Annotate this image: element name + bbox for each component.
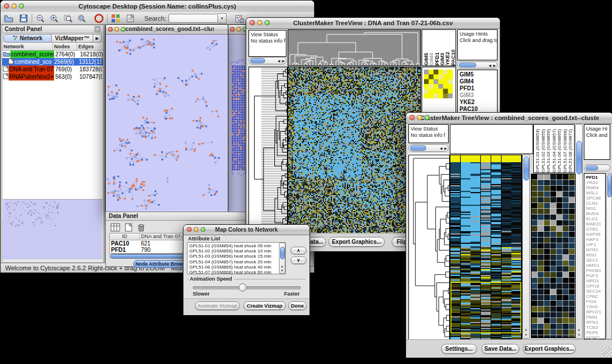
zoom-heatmap-canvas[interactable] [531, 174, 576, 338]
gene-label[interactable]: GTB1 [586, 227, 605, 232]
network-window-titlebar[interactable]: combined_scores_good.txt--cluste... [106, 25, 228, 35]
minimize-button[interactable] [194, 227, 198, 232]
zoom-button[interactable] [201, 227, 205, 232]
import-network-icon[interactable] [235, 14, 244, 23]
minimize-button[interactable] [257, 20, 262, 25]
network-row[interactable]: combined_sco 2569(6) 13112(15) [2, 58, 103, 66]
scroll-right-arrow[interactable]: ▶ [493, 64, 496, 67]
usage-hints-scrollbar[interactable]: ◀ ▶ [457, 62, 498, 68]
create-vizmap-button[interactable]: Create Vizmap [243, 301, 286, 310]
close-button[interactable] [230, 27, 235, 32]
column-label[interactable]: GPL51-06 (GSM865) [557, 125, 563, 173]
minimize-button[interactable] [236, 27, 241, 32]
zoom-button[interactable] [424, 115, 430, 120]
zoom-selected-icon[interactable] [63, 14, 72, 23]
column-label[interactable]: GPL51-02 (GSM855) [541, 125, 546, 173]
column-label[interactable]: PAC10 [450, 49, 456, 66]
scroll-right-arrow[interactable]: ▶ [282, 59, 285, 63]
gene-label[interactable]: FIG4 [586, 299, 605, 304]
column-header-network[interactable]: Network [2, 43, 53, 50]
gene-label[interactable]: MAK31 [586, 221, 605, 227]
gene-label[interactable]: SEC1 [586, 258, 605, 263]
attribute-item[interactable]: GPL51-02 (GSM855) heat shock 10 min [189, 248, 278, 254]
gene-label[interactable]: RPN1 [586, 320, 605, 325]
scroll-up-arrow[interactable]: ▲ [525, 328, 527, 331]
row-label[interactable]: GIM5 [460, 71, 497, 78]
scroll-left-arrow[interactable]: ◀ [277, 59, 280, 63]
column-label[interactable]: GIM4 [429, 53, 434, 66]
gene-label[interactable]: PHO81 [586, 268, 605, 273]
row-label[interactable]: GIM3 [460, 92, 497, 99]
node-attribute-browser-tab[interactable]: Node Attribute Brows [133, 260, 188, 268]
column-label[interactable]: YKE2 [445, 52, 450, 66]
gene-label[interactable]: HAP3 [586, 237, 605, 242]
export-graphics-button[interactable]: Export Graphics... [328, 237, 385, 247]
network-row[interactable]: combined_scores 2764(0) 16218(0) [2, 51, 103, 58]
row-label[interactable]: YKE2 [460, 99, 497, 106]
gene-label[interactable]: BUD4 [586, 211, 605, 216]
heatmap-canvas[interactable] [450, 155, 522, 340]
save-session-icon[interactable] [19, 14, 28, 23]
map-colors-titlebar[interactable]: Map Colors to Network [183, 225, 309, 235]
gene-label[interactable]: VIP1 [586, 242, 605, 247]
tab-overflow-button[interactable]: ▶ [93, 34, 102, 43]
gene-label[interactable]: RNR4 [586, 185, 605, 190]
export-graphics-button[interactable]: Export Graphics... [523, 344, 576, 354]
column-header-id[interactable]: ID [110, 233, 140, 240]
gene-list-scrollbar[interactable] [606, 173, 612, 339]
resize-grip[interactable] [602, 347, 611, 357]
attribute-list[interactable]: GPL51-01 (GSM854) heat shock 05 minGPL51… [187, 242, 286, 274]
attribute-item[interactable]: GPL51-04 (GSM857) heat shock 20 min [189, 259, 278, 265]
gene-label[interactable]: CPA2 [586, 294, 605, 299]
vizmapper-icon[interactable] [111, 14, 120, 23]
zoom-button[interactable] [19, 3, 24, 9]
gene-label[interactable]: HMG1 [586, 263, 605, 268]
network-canvas[interactable] [106, 35, 227, 212]
zoom-in-icon[interactable] [49, 14, 59, 23]
attribute-item[interactable]: GPL51-07 (GSM868) heat shock 60 min [189, 270, 278, 275]
gene-label[interactable]: GPI16 [586, 283, 605, 289]
open-session-icon[interactable] [4, 14, 13, 23]
column-dendrogram[interactable] [288, 29, 421, 66]
close-button[interactable] [250, 20, 255, 25]
minimize-button[interactable] [114, 27, 119, 32]
view-status-scrollbar[interactable]: ◀ ▶ [248, 57, 286, 64]
row-label[interactable]: PFD1 [460, 85, 497, 92]
heatmap-canvas[interactable] [288, 67, 421, 233]
help-icon[interactable] [94, 14, 104, 23]
view-status-scrollbar[interactable]: ◀ ▶ [408, 144, 449, 152]
scroll-right-arrow[interactable]: ▶ [444, 147, 447, 150]
gene-label[interactable]: SPC98 [586, 196, 605, 201]
speed-slider-thumb[interactable] [239, 283, 247, 292]
minimize-button[interactable] [12, 3, 17, 9]
attribute-list-scrollbar[interactable]: ▲ ▼ [279, 243, 285, 274]
gene-label[interactable]: PEP5 [586, 330, 605, 335]
column-label[interactable]: GPL51-07 (GSM868) [563, 125, 568, 173]
column-label[interactable]: PFD1 [434, 52, 439, 66]
scroll-left-arrow[interactable]: ◀ [488, 64, 491, 67]
network-row[interactable]: DNA and Tran 07 769(0) 183728(0) [2, 66, 103, 73]
gene-label[interactable]: YSH1 [586, 304, 605, 309]
treeview1-titlebar[interactable]: ClusterMaker TreeView : DNA and Tran 07-… [246, 18, 500, 29]
zoom-fit-icon[interactable] [77, 14, 86, 23]
column-label[interactable]: GPL51-01 (GSM854) [535, 125, 541, 173]
column-header-nodes[interactable]: Nodes [53, 43, 77, 50]
gene-label[interactable]: SEC24 [586, 289, 605, 294]
settings-button[interactable]: Settings... [441, 344, 477, 354]
tab-vizmapper[interactable]: VizMapper™ [52, 34, 93, 43]
gene-label[interactable]: NTR2 [586, 247, 605, 252]
gene-label[interactable]: PFD1 [586, 175, 605, 180]
gene-label[interactable]: PAN1 [586, 315, 605, 320]
scroll-up-arrow[interactable]: ▲ [577, 328, 580, 331]
row-label[interactable]: GIM4 [460, 78, 497, 85]
gene-label[interactable]: ELG1 [586, 216, 605, 221]
float-panel-icon[interactable] [94, 26, 101, 34]
treeview2-titlebar[interactable]: ClusterMaker TreeView : combined_scores_… [406, 113, 612, 124]
done-button[interactable]: Done [288, 301, 307, 310]
annotation-icon[interactable] [126, 14, 135, 23]
gene-label[interactable]: RPO21 [586, 309, 605, 315]
move-up-button[interactable]: ∧ [290, 247, 307, 254]
minimize-button[interactable] [417, 115, 422, 120]
column-label[interactable]: GPL51-03 (GSM856) [546, 125, 552, 173]
column-label[interactable]: GIM3 [439, 53, 445, 66]
